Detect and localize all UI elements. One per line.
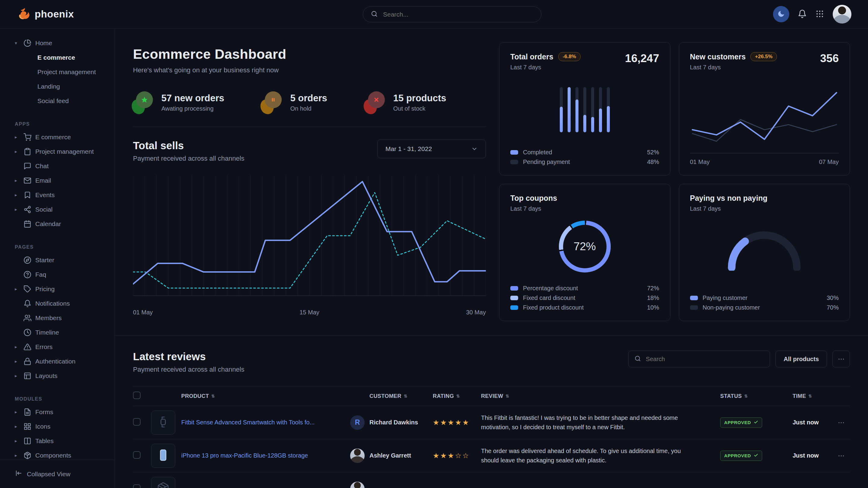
reviews-search-input[interactable] <box>645 355 764 363</box>
x-mark-icon <box>368 91 385 108</box>
column-header-review[interactable]: REVIEW⇅ <box>481 393 720 399</box>
row-checkbox[interactable] <box>133 451 141 459</box>
caret-right-icon: ▸ <box>15 409 20 415</box>
stat-on-hold: 5 ordersOn hold <box>262 93 327 112</box>
product-link[interactable]: Fitbit Sense Advanced Smartwatch with To… <box>181 419 323 426</box>
total-sells-x-labels: 01 May15 May30 May <box>133 309 486 316</box>
sidebar-item-components[interactable]: ▸Components <box>15 448 108 460</box>
stat-text: 15 productsOut of stock <box>393 93 446 112</box>
navbar-search-input[interactable] <box>382 10 533 19</box>
customer-avatar[interactable] <box>350 482 365 488</box>
product-thumbnail-box[interactable] <box>151 477 175 488</box>
product-link[interactable] <box>181 485 190 488</box>
total-orders-title: Total orders <box>510 53 553 61</box>
stat-value: 15 products <box>393 93 446 104</box>
collapse-icon <box>15 469 22 478</box>
brand[interactable]: phoenix <box>17 7 74 22</box>
sidebar-item-members[interactable]: Members <box>15 311 108 325</box>
pause-icon <box>265 91 282 108</box>
new-customers-title: New customers <box>690 53 746 61</box>
sidebar-item-label: Icons <box>35 423 50 430</box>
header-checkbox-cell <box>133 392 151 400</box>
paying-gauge-svg <box>722 225 806 271</box>
legend-item: Completed52% <box>510 149 659 156</box>
rating-stars: ★★★☆☆ <box>433 452 481 460</box>
customer-avatar[interactable]: R <box>350 415 365 430</box>
column-header-label: PRODUCT <box>181 393 209 399</box>
pause-stat-icon <box>262 93 282 112</box>
customer-name: Ashley Garrett <box>369 452 433 459</box>
legend-value: 48% <box>647 159 659 165</box>
main-content: Ecommerce Dashboard Here's what's going … <box>115 29 868 488</box>
caret-right-icon: ▸ <box>15 373 20 379</box>
sidebar-item-label: Members <box>35 314 62 322</box>
top-coupons-center-value: 72% <box>574 240 596 253</box>
legend-swatch <box>510 160 518 164</box>
sidebar-item-project-management[interactable]: ▸Project management <box>15 144 108 159</box>
column-header-label: CUSTOMER <box>369 393 401 399</box>
column-header-product[interactable]: PRODUCT⇅ <box>181 393 350 399</box>
sidebar-item-errors[interactable]: ▸Errors <box>15 340 108 354</box>
sidebar-subitem-social-feed[interactable]: Social feed <box>15 94 108 108</box>
column-header-customer[interactable]: CUSTOMER⇅ <box>369 393 433 399</box>
reviews-more-button[interactable]: ⋯ <box>832 351 850 367</box>
all-products-button[interactable]: All products <box>775 351 827 367</box>
column-header-rating[interactable]: RATING⇅ <box>433 393 481 399</box>
row-actions-button[interactable]: ⋯ <box>838 452 850 460</box>
paying-legend: Paying customer30%Non-paying customer70% <box>690 294 839 311</box>
row-checkbox[interactable] <box>133 418 141 426</box>
order-bar-track <box>591 87 594 132</box>
sidebar-item-authentication[interactable]: ▸Authentication <box>15 354 108 369</box>
date-range-select[interactable]: Mar 1 - 31, 2022 <box>377 139 486 158</box>
sidebar-item-e-commerce[interactable]: ▸E commerce <box>15 130 108 144</box>
collapsed-view-toggle[interactable]: Collapsed View <box>0 460 115 488</box>
total-sells-title: Total sells <box>133 139 244 152</box>
sort-icon: ⇅ <box>505 394 509 398</box>
sidebar-item-email[interactable]: ▸Email <box>15 173 108 188</box>
total-sells-chart <box>133 175 486 305</box>
column-header-status[interactable]: STATUS⇅ <box>720 393 793 399</box>
legend-item: Paying customer30% <box>690 294 839 301</box>
sidebar-item-pricing[interactable]: ▸Pricing <box>15 282 108 296</box>
sidebar-item-timeline[interactable]: Timeline <box>15 325 108 340</box>
sidebar-item-starter[interactable]: Starter <box>15 253 108 267</box>
sidebar-item-forms[interactable]: ▸Forms <box>15 405 108 419</box>
product-thumbnail-phone[interactable] <box>151 444 175 468</box>
user-avatar[interactable] <box>833 5 851 24</box>
alert-triangle-icon <box>24 343 31 351</box>
stat-value: 57 new orders <box>161 93 224 104</box>
sidebar-item-layouts[interactable]: ▸Layouts <box>15 369 108 383</box>
select-all-checkbox[interactable] <box>133 392 141 399</box>
sidebar-item-tables[interactable]: ▸Tables <box>15 434 108 448</box>
order-bar-fill <box>591 117 594 132</box>
sidebar-item-icons[interactable]: ▸Icons <box>15 419 108 434</box>
sidebar-item-notifications[interactable]: Notifications <box>15 296 108 311</box>
customer-avatar[interactable] <box>350 449 365 463</box>
sidebar-subitem-landing[interactable]: Landing <box>15 79 108 94</box>
sidebar-item-social[interactable]: ▸Social <box>15 202 108 217</box>
sidebar-item-calendar[interactable]: Calendar <box>15 217 108 231</box>
row-checkbox[interactable] <box>133 484 141 488</box>
star-stat-icon <box>133 93 153 112</box>
dark-mode-toggle-button[interactable] <box>773 6 789 22</box>
sidebar-item-home[interactable]: ▾Home <box>15 36 108 50</box>
stat-value: 5 orders <box>290 93 327 104</box>
sidebar-item-faq[interactable]: Faq <box>15 267 108 282</box>
product-thumbnail-watch[interactable] <box>151 411 175 435</box>
x-axis-label: 07 May <box>819 159 839 165</box>
legend-label: Paying customer <box>703 294 748 301</box>
sort-icon: ⇅ <box>211 394 215 398</box>
sidebar: ▾HomeE commerceProject managementLanding… <box>0 29 115 488</box>
latest-reviews-title: Latest reviews <box>133 351 244 363</box>
clock-icon <box>24 329 31 336</box>
product-link[interactable]: iPhone 13 pro max-Pacific Blue-128GB sto… <box>181 452 317 459</box>
row-actions-button[interactable]: ⋯ <box>838 419 850 426</box>
notifications-button[interactable] <box>798 9 807 19</box>
sidebar-subitem-project-management[interactable]: Project management <box>15 65 108 79</box>
total-orders-card: Total orders -6.8% Last 7 days 16,247 Co… <box>499 42 671 175</box>
sidebar-subitem-e-commerce[interactable]: E commerce <box>15 50 108 65</box>
apps-grid-button[interactable] <box>815 9 824 19</box>
sidebar-item-chat[interactable]: Chat <box>15 159 108 173</box>
column-header-time[interactable]: TIME⇅ <box>793 393 838 399</box>
sidebar-item-events[interactable]: ▸Events <box>15 188 108 202</box>
